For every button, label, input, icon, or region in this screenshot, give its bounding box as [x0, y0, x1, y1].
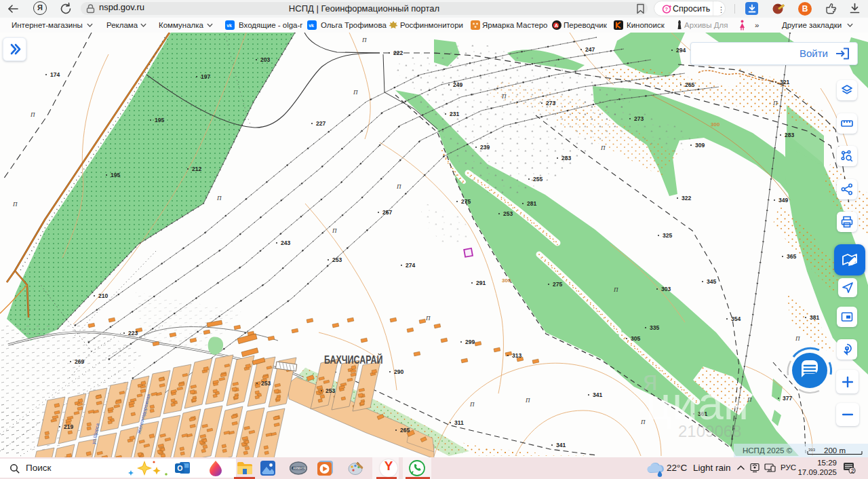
svg-text:273: 273 — [546, 100, 555, 107]
svg-text:335: 335 — [650, 324, 659, 331]
svg-text:П: П — [469, 401, 475, 408]
svg-text:2109068: 2109068 — [678, 422, 741, 440]
svg-text:195: 195 — [111, 172, 120, 178]
svg-text:П: П — [772, 100, 778, 107]
svg-text:300: 300 — [502, 277, 511, 284]
svg-text:НСПД 2025 ©: НСПД 2025 © — [743, 446, 793, 455]
svg-text:203: 203 — [260, 56, 270, 63]
svg-text:П: П — [30, 111, 35, 118]
svg-text:231: 231 — [450, 111, 459, 117]
svg-text:341: 341 — [593, 391, 602, 398]
svg-text:A: A — [555, 22, 559, 28]
svg-text:219: 219 — [64, 423, 73, 430]
svg-text:П: П — [353, 89, 358, 96]
svg-text:273: 273 — [634, 115, 644, 122]
svg-text:П: П — [396, 183, 401, 190]
svg-text:210: 210 — [98, 292, 108, 299]
svg-text:П: П — [216, 195, 222, 202]
svg-text:212: 212 — [192, 166, 201, 172]
svg-text:291: 291 — [476, 280, 486, 286]
svg-text:253: 253 — [332, 256, 342, 263]
svg-text:циан: циан — [646, 377, 749, 429]
svg-text:я: я — [643, 366, 658, 396]
svg-text:253: 253 — [261, 380, 271, 387]
svg-text:253: 253 — [326, 387, 335, 394]
svg-text:247: 247 — [585, 46, 595, 53]
svg-text:313: 313 — [512, 352, 521, 359]
svg-text:283: 283 — [785, 132, 794, 138]
svg-text:195: 195 — [155, 117, 164, 123]
svg-text:vk: vk — [226, 23, 232, 28]
svg-text:283: 283 — [561, 155, 571, 161]
svg-text:300: 300 — [711, 121, 720, 128]
svg-text:П: П — [613, 286, 618, 293]
svg-text:227: 227 — [316, 120, 326, 127]
svg-text:265: 265 — [400, 427, 410, 434]
svg-text:309: 309 — [695, 142, 705, 149]
svg-text:365: 365 — [787, 253, 796, 260]
svg-text:354: 354 — [731, 315, 741, 322]
svg-text:294: 294 — [676, 47, 686, 54]
svg-text:255: 255 — [533, 176, 542, 183]
svg-text:311: 311 — [454, 419, 464, 426]
svg-text:O: O — [177, 464, 182, 472]
svg-text:349: 349 — [778, 197, 788, 204]
svg-text:П: П — [12, 201, 18, 208]
svg-text:200 m: 200 m — [824, 446, 846, 455]
svg-text:П: П — [361, 37, 367, 43]
svg-text:ARMATA: ARMATA — [293, 467, 307, 470]
svg-text:249: 249 — [453, 81, 462, 88]
svg-text:?: ? — [665, 6, 669, 12]
svg-text:321: 321 — [780, 79, 789, 85]
svg-text:253: 253 — [503, 210, 513, 217]
svg-text:П: П — [525, 397, 530, 404]
svg-text:381: 381 — [810, 314, 819, 321]
svg-text:274: 274 — [406, 262, 415, 269]
svg-text:БАХЧИСАРАЙ: БАХЧИСАРАЙ — [324, 353, 382, 366]
svg-text:275: 275 — [553, 281, 562, 288]
svg-text:222: 222 — [393, 50, 403, 56]
svg-text:345: 345 — [707, 278, 716, 285]
svg-text:281: 281 — [527, 200, 536, 207]
svg-text:П: П — [501, 93, 507, 100]
svg-text:303: 303 — [661, 286, 671, 292]
svg-text:2: 2 — [851, 467, 854, 474]
svg-text:П: П — [425, 315, 431, 322]
svg-text:305: 305 — [631, 335, 640, 342]
svg-text:269: 269 — [75, 358, 84, 365]
svg-text:174: 174 — [50, 71, 60, 78]
svg-text:П: П — [795, 335, 800, 342]
svg-text:275: 275 — [461, 198, 471, 205]
svg-text:257: 257 — [382, 209, 392, 216]
svg-text:299: 299 — [465, 339, 475, 345]
svg-text:393: 393 — [808, 448, 816, 452]
svg-text:197: 197 — [201, 73, 210, 80]
svg-text:П: П — [600, 145, 606, 151]
svg-text:П: П — [640, 419, 646, 425]
svg-text:341: 341 — [556, 442, 566, 448]
svg-text:223: 223 — [128, 330, 138, 337]
svg-text:325: 325 — [663, 232, 672, 239]
svg-text:265: 265 — [685, 81, 694, 88]
svg-text:vk: vk — [309, 23, 314, 28]
svg-text:П: П — [332, 227, 337, 234]
svg-text:239: 239 — [480, 144, 490, 151]
svg-text:290: 290 — [394, 368, 403, 375]
svg-text:243: 243 — [281, 240, 290, 246]
svg-text:322: 322 — [682, 195, 691, 202]
